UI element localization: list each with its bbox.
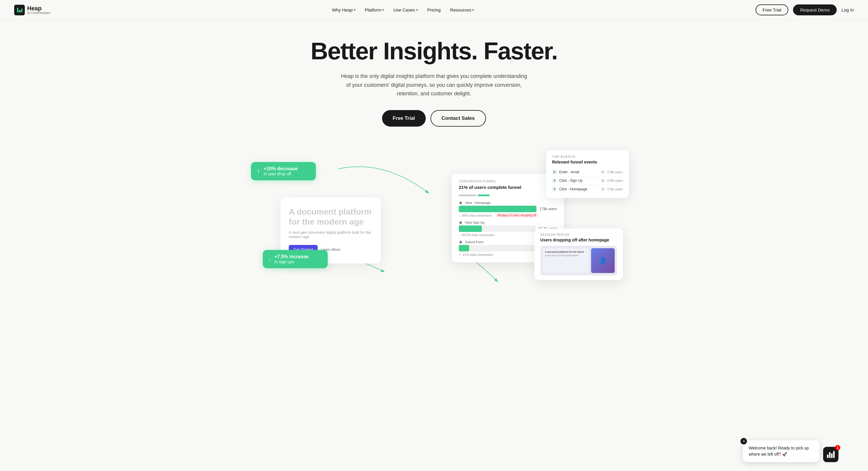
session-replay-title: Users dropping off after homepage: [540, 238, 617, 242]
event-count: 35: [601, 179, 604, 182]
signups-value: +7.5% increase: [275, 254, 309, 259]
top-events-title: Relevant funnel events: [552, 160, 623, 164]
dashboard-section: ↑ +10% decrease in user drop off A docum…: [227, 144, 641, 292]
logo-sub-text: by Contentsquare: [27, 11, 51, 14]
nav-why-heap[interactable]: Why Heap ▾: [332, 7, 355, 12]
chevron-down-icon: ▾: [472, 8, 474, 11]
funnel-row: 🖥 View - Homepage 179k users ↓ 30% total…: [459, 201, 557, 217]
signups-card: ↑ +7.5% increase in sign ups: [263, 250, 328, 268]
session-preview-sub: A next-gen document digital platform: [545, 254, 586, 256]
event-users: 179k users: [607, 187, 623, 191]
hero-free-trial-button[interactable]: Free Trial: [382, 110, 426, 127]
nav-use-cases[interactable]: Use Cases ▾: [393, 7, 417, 12]
chevron-down-icon: ▾: [354, 8, 355, 11]
dropoff-card: ↑ +10% decrease in user drop off: [251, 162, 316, 180]
funnel-step-icon: 🖥: [459, 221, 462, 224]
funnel-step-name: Submit Form: [465, 240, 484, 244]
event-name: Enter - email: [559, 170, 599, 174]
nav-pricing[interactable]: Pricing: [427, 7, 441, 12]
funnel-title: 21% of users complete funnel: [459, 185, 557, 190]
logo[interactable]: Heap by Contentsquare: [14, 5, 51, 15]
login-button[interactable]: Log In: [841, 7, 854, 12]
dropoff-label: in user drop off: [264, 171, 298, 176]
funnel-step-icon: 🖥: [459, 240, 462, 244]
event-email-icon: ✉: [552, 170, 557, 175]
event-name: Click - Sign Up: [559, 179, 599, 183]
funnel-step-icon: 🖥: [459, 201, 462, 205]
hero-section: Better Insights. Faster. Heap is the onl…: [0, 0, 868, 144]
event-users: 179k users: [607, 170, 623, 174]
hero-buttons: Free Trial Contact Sales: [382, 110, 486, 127]
nav-platform[interactable]: Platform ▾: [365, 7, 384, 12]
event-row: 🖱 Click - Sign Up 35 179k users: [552, 177, 623, 185]
session-replay-label: SESSION REPLAY: [540, 233, 617, 237]
signups-label: in sign ups: [275, 259, 309, 264]
arrow-up-icon: ↑: [257, 167, 260, 175]
request-demo-button[interactable]: Request Demo: [793, 4, 837, 15]
event-click-hp-icon: 🖱: [552, 187, 557, 191]
chevron-down-icon: ▾: [416, 8, 418, 11]
nav-links: Why Heap ▾ Platform ▾ Use Cases ▾ Pricin…: [332, 7, 474, 12]
top-events-card: TOP EVENTS Relevant funnel events ✉ Ente…: [546, 150, 629, 198]
event-click-icon: 🖱: [552, 178, 557, 183]
contact-sales-button[interactable]: Contact Sales: [430, 110, 486, 127]
event-name: Click - Homepage: [559, 187, 599, 191]
funnel-label: CONVERSION FUNNEL: [459, 180, 557, 183]
funnel-conversion: ↓ 30% total conversion Replays of users …: [459, 213, 557, 217]
nav-actions: Free Trial Request Demo Log In: [755, 4, 854, 15]
navigation: Heap by Contentsquare Why Heap ▾ Platfor…: [0, 0, 868, 20]
event-users: 179k users: [607, 179, 623, 182]
hero-subtitle: Heap is the only digital insights platfo…: [340, 72, 528, 98]
nav-free-trial-button[interactable]: Free Trial: [755, 4, 788, 15]
top-events-label: TOP EVENTS: [552, 155, 623, 158]
session-preview-title: A document platform for the future: [545, 251, 586, 253]
session-preview: A document platform for the future A nex…: [540, 246, 617, 275]
doc-platform-title: A document platform for the modern age: [289, 207, 373, 227]
top-events-list: ✉ Enter - email 42 179k users 🖱 Click - …: [552, 168, 623, 193]
event-row: ✉ Enter - email 42 179k users: [552, 168, 623, 177]
funnel-bar-val: 179k users: [539, 207, 557, 211]
dropoff-value: +10% decrease: [264, 166, 298, 171]
logo-heap-text: Heap: [27, 5, 51, 11]
replays-tag: Replays of users dropping off: [495, 213, 538, 217]
hero-title: Better Insights. Faster.: [311, 38, 557, 64]
event-count: 42: [601, 170, 604, 174]
session-person-thumbnail: 👤: [591, 248, 615, 273]
chevron-down-icon: ▾: [382, 8, 384, 11]
funnel-step-name: View Sign Up: [465, 221, 485, 224]
arrow-up-icon: ↑: [269, 257, 271, 262]
nav-resources[interactable]: Resources ▾: [450, 7, 474, 12]
funnel-step-name: View - Homepage: [465, 201, 491, 205]
doc-platform-subtitle: A next-gen document digital platform bui…: [289, 230, 373, 239]
session-replay-card: SESSION REPLAY Users dropping off after …: [534, 228, 623, 280]
event-count: 32: [601, 187, 604, 191]
event-row: 🖱 Click - Homepage 32 179k users: [552, 185, 623, 193]
